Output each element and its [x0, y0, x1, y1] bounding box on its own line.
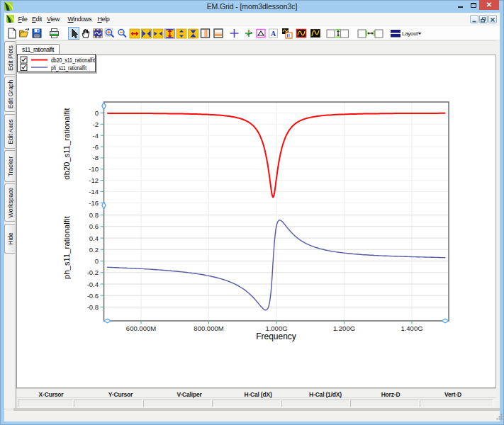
- svg-text:-10: -10: [89, 165, 99, 173]
- svg-text:0.8: 0.8: [89, 211, 99, 219]
- svg-text:800.000M: 800.000M: [194, 324, 223, 332]
- svg-text:db20_s11_rationalfit: db20_s11_rationalfit: [62, 108, 71, 179]
- svg-text:0: 0: [95, 257, 99, 265]
- svg-text:-8: -8: [93, 154, 99, 162]
- svg-text:ph_s11_rationalfit: ph_s11_rationalfit: [51, 64, 86, 72]
- svg-text:db20_s11_rationalfit: db20_s11_rationalfit: [51, 57, 95, 64]
- svg-text:ph_s11_rationalfit: ph_s11_rationalfit: [62, 216, 71, 279]
- svg-text:1.400G: 1.400G: [401, 324, 422, 332]
- svg-text:Frequency: Frequency: [256, 332, 296, 341]
- svg-text:0.4: 0.4: [89, 234, 99, 242]
- svg-text:-16: -16: [89, 199, 99, 207]
- svg-text:0: 0: [95, 109, 99, 117]
- svg-text:-0.8: -0.8: [87, 303, 99, 311]
- svg-text:0.6: 0.6: [89, 222, 99, 230]
- svg-text:-0.2: -0.2: [87, 268, 99, 276]
- svg-text:-14: -14: [89, 188, 99, 196]
- svg-text:1.200G: 1.200G: [333, 324, 355, 332]
- svg-text:-0.6: -0.6: [87, 292, 99, 300]
- svg-text:-4: -4: [93, 132, 99, 140]
- svg-text:-6: -6: [93, 143, 99, 151]
- svg-text:-2: -2: [93, 120, 99, 128]
- svg-text:0.2: 0.2: [89, 246, 99, 254]
- svg-text:600.000M: 600.000M: [126, 324, 156, 332]
- svg-text:-12: -12: [89, 176, 99, 184]
- svg-text:-0.4: -0.4: [87, 280, 99, 288]
